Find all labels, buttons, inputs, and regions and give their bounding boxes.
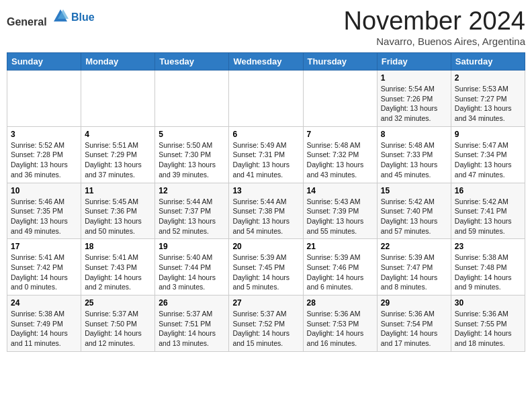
logo-icon [51, 7, 70, 26]
day-detail: Sunrise: 5:38 AM Sunset: 7:48 PM Dayligh… [455, 253, 521, 292]
day-number: 11 [85, 186, 151, 195]
calendar-cell [81, 71, 155, 127]
calendar-cell: 2Sunrise: 5:53 AM Sunset: 7:27 PM Daylig… [451, 71, 525, 127]
calendar-header-saturday: Saturday [451, 53, 525, 71]
day-number: 25 [85, 298, 151, 308]
day-detail: Sunrise: 5:44 AM Sunset: 7:37 PM Dayligh… [159, 197, 225, 236]
day-detail: Sunrise: 5:40 AM Sunset: 7:44 PM Dayligh… [159, 253, 225, 292]
day-detail: Sunrise: 5:37 AM Sunset: 7:52 PM Dayligh… [232, 309, 299, 349]
calendar-cell: 23Sunrise: 5:38 AM Sunset: 7:48 PM Dayli… [451, 239, 525, 295]
calendar-header-row: SundayMondayTuesdayWednesdayThursdayFrid… [7, 53, 525, 71]
calendar-cell: 29Sunrise: 5:36 AM Sunset: 7:54 PM Dayli… [377, 295, 451, 352]
title-month: November 2024 [344, 7, 525, 36]
day-number: 27 [232, 298, 299, 308]
day-number: 1 [381, 73, 447, 83]
day-detail: Sunrise: 5:50 AM Sunset: 7:30 PM Dayligh… [159, 140, 225, 180]
calendar-week-0: 1Sunrise: 5:54 AM Sunset: 7:26 PM Daylig… [7, 71, 525, 127]
day-detail: Sunrise: 5:44 AM Sunset: 7:38 PM Dayligh… [232, 197, 299, 236]
logo-blue-text: Blue [71, 11, 95, 24]
day-detail: Sunrise: 5:45 AM Sunset: 7:36 PM Dayligh… [85, 197, 151, 236]
page-header: General Blue November 2024 Navarro, Buen… [7, 7, 525, 47]
calendar-header-monday: Monday [81, 53, 155, 71]
calendar-cell: 1Sunrise: 5:54 AM Sunset: 7:26 PM Daylig… [377, 71, 451, 127]
calendar-cell: 27Sunrise: 5:37 AM Sunset: 7:52 PM Dayli… [229, 295, 303, 352]
calendar-cell: 30Sunrise: 5:36 AM Sunset: 7:55 PM Dayli… [451, 295, 525, 352]
logo-general-text: General [7, 16, 47, 28]
day-detail: Sunrise: 5:51 AM Sunset: 7:29 PM Dayligh… [85, 140, 151, 180]
day-detail: Sunrise: 5:39 AM Sunset: 7:45 PM Dayligh… [232, 253, 299, 292]
day-detail: Sunrise: 5:41 AM Sunset: 7:42 PM Dayligh… [11, 253, 77, 292]
calendar-cell [303, 71, 377, 127]
calendar-cell: 16Sunrise: 5:42 AM Sunset: 7:41 PM Dayli… [451, 183, 525, 239]
day-detail: Sunrise: 5:36 AM Sunset: 7:53 PM Dayligh… [307, 309, 373, 349]
title-location: Navarro, Buenos Aires, Argentina [344, 36, 525, 47]
day-detail: Sunrise: 5:48 AM Sunset: 7:33 PM Dayligh… [381, 140, 447, 180]
calendar-cell: 22Sunrise: 5:39 AM Sunset: 7:47 PM Dayli… [377, 239, 451, 295]
day-number: 13 [232, 186, 299, 195]
day-detail: Sunrise: 5:36 AM Sunset: 7:54 PM Dayligh… [381, 309, 447, 349]
day-number: 28 [307, 298, 373, 308]
title-block: November 2024 Navarro, Buenos Aires, Arg… [344, 7, 525, 47]
day-detail: Sunrise: 5:52 AM Sunset: 7:28 PM Dayligh… [11, 140, 77, 180]
day-number: 24 [11, 298, 77, 308]
day-number: 9 [455, 130, 521, 139]
day-detail: Sunrise: 5:54 AM Sunset: 7:26 PM Dayligh… [381, 84, 447, 124]
calendar-cell: 19Sunrise: 5:40 AM Sunset: 7:44 PM Dayli… [155, 239, 229, 295]
calendar-cell: 6Sunrise: 5:49 AM Sunset: 7:31 PM Daylig… [229, 126, 303, 183]
day-number: 18 [85, 242, 151, 251]
calendar-cell: 11Sunrise: 5:45 AM Sunset: 7:36 PM Dayli… [81, 183, 155, 239]
calendar-week-3: 17Sunrise: 5:41 AM Sunset: 7:42 PM Dayli… [7, 239, 525, 295]
day-number: 16 [455, 186, 521, 195]
day-number: 21 [307, 242, 373, 251]
day-number: 20 [232, 242, 299, 251]
day-number: 10 [11, 186, 77, 195]
calendar-header-friday: Friday [377, 53, 451, 71]
day-number: 14 [307, 186, 373, 195]
day-detail: Sunrise: 5:42 AM Sunset: 7:41 PM Dayligh… [455, 197, 521, 236]
calendar-cell: 26Sunrise: 5:37 AM Sunset: 7:51 PM Dayli… [155, 295, 229, 352]
calendar-cell: 25Sunrise: 5:37 AM Sunset: 7:50 PM Dayli… [81, 295, 155, 352]
calendar-cell: 28Sunrise: 5:36 AM Sunset: 7:53 PM Dayli… [303, 295, 377, 352]
day-detail: Sunrise: 5:38 AM Sunset: 7:49 PM Dayligh… [11, 309, 77, 349]
calendar-week-4: 24Sunrise: 5:38 AM Sunset: 7:49 PM Dayli… [7, 295, 525, 352]
day-detail: Sunrise: 5:47 AM Sunset: 7:34 PM Dayligh… [455, 140, 521, 180]
day-detail: Sunrise: 5:41 AM Sunset: 7:43 PM Dayligh… [85, 253, 151, 292]
day-number: 23 [455, 242, 521, 251]
calendar-cell [155, 71, 229, 127]
day-detail: Sunrise: 5:46 AM Sunset: 7:35 PM Dayligh… [11, 197, 77, 236]
logo: General Blue [7, 7, 95, 28]
calendar-header-tuesday: Tuesday [155, 53, 229, 71]
calendar-cell: 17Sunrise: 5:41 AM Sunset: 7:42 PM Dayli… [7, 239, 81, 295]
day-number: 6 [232, 130, 299, 139]
day-number: 29 [381, 298, 447, 308]
calendar-header-thursday: Thursday [303, 53, 377, 71]
day-detail: Sunrise: 5:53 AM Sunset: 7:27 PM Dayligh… [455, 84, 521, 124]
day-detail: Sunrise: 5:43 AM Sunset: 7:39 PM Dayligh… [307, 197, 373, 236]
day-number: 30 [455, 298, 521, 308]
calendar-cell: 24Sunrise: 5:38 AM Sunset: 7:49 PM Dayli… [7, 295, 81, 352]
day-detail: Sunrise: 5:48 AM Sunset: 7:32 PM Dayligh… [307, 140, 373, 180]
day-number: 5 [159, 130, 225, 139]
day-number: 22 [381, 242, 447, 251]
day-detail: Sunrise: 5:39 AM Sunset: 7:46 PM Dayligh… [307, 253, 373, 292]
calendar-table: SundayMondayTuesdayWednesdayThursdayFrid… [7, 52, 525, 352]
calendar-cell: 10Sunrise: 5:46 AM Sunset: 7:35 PM Dayli… [7, 183, 81, 239]
day-detail: Sunrise: 5:37 AM Sunset: 7:50 PM Dayligh… [85, 309, 151, 349]
calendar-cell: 14Sunrise: 5:43 AM Sunset: 7:39 PM Dayli… [303, 183, 377, 239]
day-detail: Sunrise: 5:49 AM Sunset: 7:31 PM Dayligh… [232, 140, 299, 180]
day-number: 12 [159, 186, 225, 195]
day-detail: Sunrise: 5:37 AM Sunset: 7:51 PM Dayligh… [159, 309, 225, 349]
day-number: 8 [381, 130, 447, 139]
day-number: 4 [85, 130, 151, 139]
calendar-cell: 18Sunrise: 5:41 AM Sunset: 7:43 PM Dayli… [81, 239, 155, 295]
day-number: 3 [11, 130, 77, 139]
calendar-cell: 4Sunrise: 5:51 AM Sunset: 7:29 PM Daylig… [81, 126, 155, 183]
day-number: 26 [159, 298, 225, 308]
calendar-week-2: 10Sunrise: 5:46 AM Sunset: 7:35 PM Dayli… [7, 183, 525, 239]
day-detail: Sunrise: 5:39 AM Sunset: 7:47 PM Dayligh… [381, 253, 447, 292]
calendar-header-sunday: Sunday [7, 53, 81, 71]
day-detail: Sunrise: 5:42 AM Sunset: 7:40 PM Dayligh… [381, 197, 447, 236]
calendar-cell: 21Sunrise: 5:39 AM Sunset: 7:46 PM Dayli… [303, 239, 377, 295]
day-number: 17 [11, 242, 77, 251]
day-number: 19 [159, 242, 225, 251]
